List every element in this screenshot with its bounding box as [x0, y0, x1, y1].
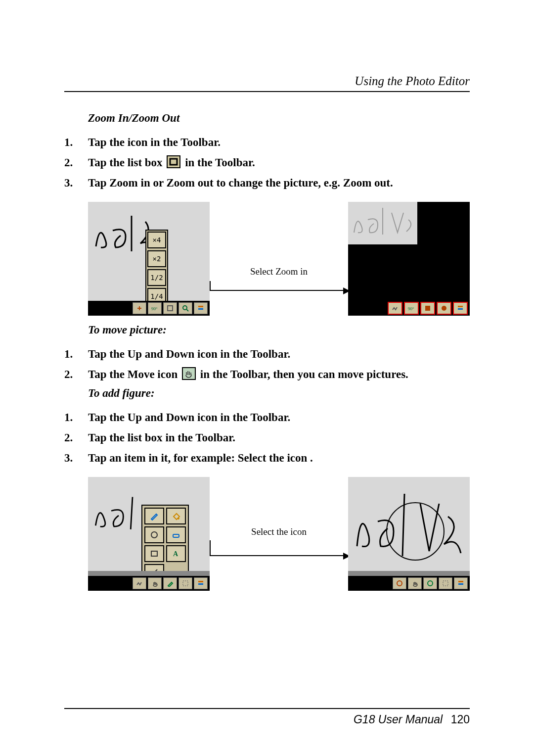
footer-rule — [64, 708, 470, 709]
zoom-option[interactable]: 1/2 — [147, 269, 166, 286]
header-rule — [64, 91, 470, 92]
list-item: 1. Tap the Up and Down icon in the Toolb… — [64, 409, 470, 427]
zoom-steps-list: 1. Tap the icon in the Toolbar. 2. Tap t… — [64, 134, 470, 192]
svg-point-3 — [183, 306, 187, 310]
updown-icon[interactable] — [133, 577, 146, 589]
svg-rect-20 — [198, 583, 203, 585]
eraser-shape-icon[interactable] — [166, 526, 186, 543]
list-item: 2. Tap the list box in the Toolbar. — [64, 154, 470, 172]
svg-rect-19 — [198, 581, 203, 582]
zoom-option[interactable]: ×4 — [147, 232, 166, 248]
zoom-icon[interactable] — [178, 302, 192, 314]
fit-icon[interactable] — [420, 302, 435, 315]
text-shape-icon[interactable]: A — [166, 545, 186, 562]
list-item: 3. Tap an item in it, for example: Selec… — [64, 449, 470, 468]
menu-icon[interactable] — [194, 302, 208, 314]
svg-point-22 — [397, 581, 402, 586]
pencil-shape-icon[interactable] — [144, 508, 164, 524]
addfig-before-screenshot: A — [88, 477, 210, 591]
rotate-icon[interactable]: 90° — [148, 302, 162, 314]
svg-point-9 — [442, 306, 446, 311]
zoom-arrow: Select Zoom in — [210, 202, 348, 316]
list-item: 2. Tap the list box in the Toolbar. — [64, 429, 470, 447]
zoom-figure-row: ×4 ×2 1/2 1/4 90° Select Zoom in — [88, 202, 470, 316]
move-hand-icon[interactable] — [408, 577, 422, 589]
menu-icon[interactable] — [194, 577, 208, 589]
step-text-pre: Tap an item in it, for example: Select t… — [88, 452, 310, 464]
step-number: 1. — [64, 345, 88, 364]
step-number: 1. — [64, 134, 88, 152]
svg-rect-15 — [151, 551, 157, 556]
scrollbar[interactable] — [348, 571, 470, 576]
zoom-before-screenshot: ×4 ×2 1/2 1/4 90° — [88, 202, 210, 316]
scrollbar[interactable] — [88, 571, 210, 576]
zoom-section-title: Zoom In/Zoom Out — [88, 112, 470, 125]
move-steps-list: 1. Tap the Up and Down icon in the Toolb… — [64, 345, 470, 384]
move-hand-icon[interactable] — [148, 577, 162, 589]
svg-rect-25 — [458, 581, 463, 582]
draw-icon[interactable] — [163, 577, 177, 589]
scribble-text — [351, 205, 413, 239]
step-number: 2. — [64, 366, 88, 384]
footer-page-number: 120 — [451, 713, 470, 726]
zoom-option[interactable]: ×2 — [147, 250, 166, 267]
rect-shape-icon[interactable] — [144, 545, 164, 562]
svg-text:90°: 90° — [151, 306, 158, 311]
toolbar — [88, 576, 210, 591]
menu-icon[interactable] — [453, 302, 468, 315]
arrow-label: Select Zoom in — [250, 266, 308, 277]
rotate-icon[interactable]: 90° — [404, 302, 419, 315]
svg-rect-11 — [458, 308, 463, 310]
select-icon[interactable] — [439, 577, 452, 589]
step-text-post: in the Toolbar. — [150, 136, 221, 148]
svg-rect-18 — [183, 581, 188, 586]
zoom-icon[interactable] — [437, 302, 451, 315]
zoom-popup[interactable]: ×4 ×2 1/2 1/4 — [145, 230, 168, 307]
list-item: 1. Tap the icon in the Toolbar. — [64, 134, 470, 152]
toolbar — [348, 576, 470, 591]
header-section-title: Using the Photo Editor — [64, 74, 470, 88]
svg-rect-26 — [458, 583, 463, 585]
list-item: 2. Tap the Move icon in the Toolbar, the… — [64, 366, 470, 384]
updown-icon[interactable] — [133, 302, 146, 314]
svg-point-13 — [151, 532, 157, 538]
arrow-label: Select the icon — [251, 526, 307, 537]
select-icon[interactable] — [178, 577, 192, 589]
toolbar: 90° — [348, 301, 470, 316]
svg-point-23 — [428, 581, 433, 586]
list-item: 3. Tap Zoom in or Zoom out to change the… — [64, 174, 470, 192]
move-section-title: To move picture: — [88, 324, 470, 336]
addfig-after-screenshot — [348, 477, 470, 591]
move-hand-icon — [182, 367, 196, 380]
svg-rect-8 — [425, 306, 430, 311]
step-number: 1. — [64, 409, 88, 427]
step-number: 3. — [64, 449, 88, 468]
svg-text:90°: 90° — [408, 306, 414, 311]
updown-icon[interactable] — [388, 302, 402, 315]
addfig-arrow: Select the icon — [210, 477, 348, 591]
svg-rect-24 — [443, 581, 448, 586]
step-text-pre: Tap the icon — [88, 136, 150, 148]
menu-icon[interactable] — [454, 577, 468, 589]
svg-rect-6 — [198, 308, 203, 310]
fit-icon[interactable] — [163, 302, 177, 314]
svg-rect-2 — [168, 306, 173, 311]
step-number: 3. — [64, 174, 88, 192]
circle-shape-icon[interactable] — [144, 526, 164, 543]
zoom-after-screenshot: 90° — [348, 202, 470, 316]
svg-rect-5 — [198, 306, 203, 307]
toolbar: 90° — [88, 301, 210, 316]
svg-rect-14 — [173, 534, 179, 537]
step-text-pre: Tap the Up and Down icon — [88, 411, 221, 424]
step-text-post: in the Toolbar. — [221, 348, 291, 360]
fill-shape-icon[interactable] — [166, 508, 186, 524]
step-text-post: . — [310, 452, 313, 464]
circle-tool-icon[interactable] — [423, 577, 437, 589]
scribble-text-with-circle — [351, 487, 467, 566]
step-number: 2. — [64, 154, 88, 172]
circle-icon[interactable] — [393, 577, 406, 589]
step-text-pre: Tap the Move icon — [88, 368, 180, 380]
svg-line-4 — [186, 309, 188, 311]
svg-rect-0 — [170, 159, 177, 165]
step-text-post: in the Toolbar, then you can move pictur… — [200, 368, 408, 380]
